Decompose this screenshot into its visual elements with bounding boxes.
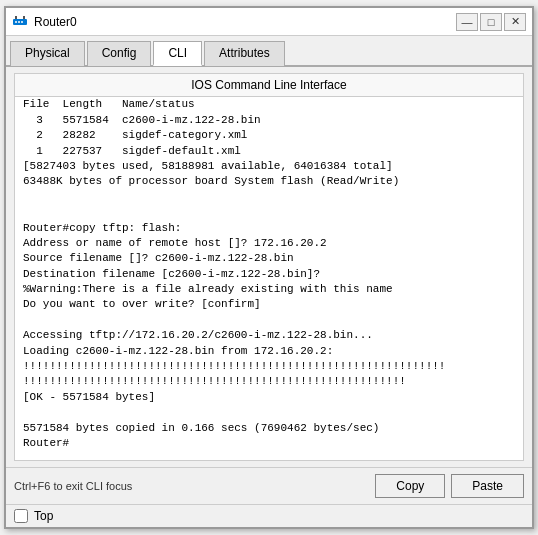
main-window: Router0 — □ ✕ Physical Config CLI Attrib… — [4, 6, 534, 529]
close-button[interactable]: ✕ — [504, 13, 526, 31]
tab-cli[interactable]: CLI — [153, 41, 202, 66]
action-buttons: Copy Paste — [375, 474, 524, 498]
bottom-bar: Ctrl+F6 to exit CLI focus Copy Paste — [6, 467, 532, 504]
svg-rect-4 — [15, 16, 17, 19]
svg-rect-5 — [23, 16, 25, 19]
footer-bar: Top — [6, 504, 532, 527]
svg-point-2 — [18, 21, 20, 23]
cli-header: IOS Command Line Interface — [15, 74, 523, 97]
tab-config[interactable]: Config — [87, 41, 152, 66]
window-title: Router0 — [34, 15, 77, 29]
top-checkbox[interactable] — [14, 509, 28, 523]
cli-hint: Ctrl+F6 to exit CLI focus — [14, 480, 132, 492]
terminal-textarea[interactable] — [15, 97, 523, 457]
content-area: IOS Command Line Interface — [14, 73, 524, 461]
tab-attributes[interactable]: Attributes — [204, 41, 285, 66]
svg-point-3 — [21, 21, 23, 23]
paste-button[interactable]: Paste — [451, 474, 524, 498]
title-bar-left: Router0 — [12, 14, 77, 30]
minimize-button[interactable]: — — [456, 13, 478, 31]
maximize-button[interactable]: □ — [480, 13, 502, 31]
tab-bar: Physical Config CLI Attributes — [6, 36, 532, 67]
svg-point-1 — [15, 21, 17, 23]
top-label: Top — [34, 509, 53, 523]
title-controls: — □ ✕ — [456, 13, 526, 31]
tab-physical[interactable]: Physical — [10, 41, 85, 66]
router-icon — [12, 14, 28, 30]
title-bar: Router0 — □ ✕ — [6, 8, 532, 36]
copy-button[interactable]: Copy — [375, 474, 445, 498]
